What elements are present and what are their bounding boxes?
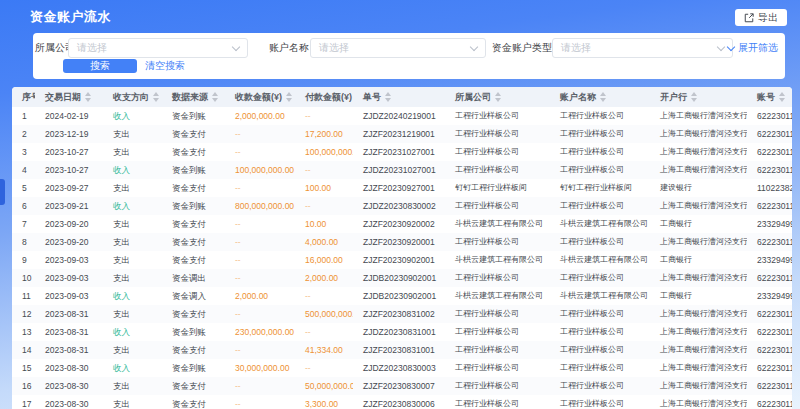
cell-bank: 工商银行 <box>650 215 747 233</box>
table-row[interactable]: 132023-08-31收入资金到账230,000,000.00--ZJDZ20… <box>12 323 792 341</box>
column-header-index: 序号 <box>12 87 35 107</box>
account-flow-table: 序号交易日期收支方向数据来源收款金额(¥)付款金额(¥)单号所属公司账户名称开户… <box>12 87 792 409</box>
cell-number: 622230111 <box>747 143 792 161</box>
data-table: 序号交易日期收支方向数据来源收款金额(¥)付款金额(¥)单号所属公司账户名称开户… <box>12 87 792 409</box>
cell-index: 6 <box>12 197 35 215</box>
cell-company: 斗栱云建筑工程有限公司 <box>445 251 550 269</box>
table-row[interactable]: 62023-09-21收入资金到账800,000,000.00--ZJDZ202… <box>12 197 792 215</box>
column-header-number[interactable]: 账号 <box>747 87 792 107</box>
cell-company: 工程行业样板公司 <box>445 323 550 341</box>
cell-order: ZJDZ20230830003 <box>353 359 445 377</box>
table-row[interactable]: 82023-09-20支出资金支付--4,000.00ZJZF202309200… <box>12 233 792 251</box>
cell-date: 2023-08-31 <box>35 305 103 323</box>
cell-company: 工程行业样板公司 <box>445 341 550 359</box>
column-header-direction[interactable]: 收支方向 <box>103 87 162 107</box>
table-row[interactable]: 32023-10-27支出资金支付--100,000,000.00ZJZF202… <box>12 143 792 161</box>
cell-source: 资金支付 <box>162 341 225 359</box>
cell-company: 工程行业样板公司 <box>445 197 550 215</box>
cell-account: 工程行业样板公司 <box>550 305 650 323</box>
cell-receipt: 230,000,000.00 <box>225 323 295 341</box>
table-row[interactable]: 92023-09-03支出资金支付--16,000.00ZJZF20230902… <box>12 251 792 269</box>
cell-date: 2023-09-21 <box>35 197 103 215</box>
table-row[interactable]: 12024-02-19收入资金到账2,000,000.00--ZJDZ20240… <box>12 107 792 125</box>
sort-caret-icon[interactable] <box>286 92 292 102</box>
sort-caret-icon[interactable] <box>385 92 391 102</box>
column-header-order[interactable]: 单号 <box>353 87 445 107</box>
column-header-bank[interactable]: 开户行 <box>650 87 747 107</box>
cell-direction: 支出 <box>103 125 162 143</box>
cell-payment: 2,000.00 <box>295 269 353 287</box>
cell-bank: 上海工商银行漕河泾支行 <box>650 359 747 377</box>
search-button[interactable]: 搜索 <box>63 59 137 73</box>
cell-index: 7 <box>12 215 35 233</box>
sort-caret-icon[interactable] <box>495 92 501 102</box>
cell-account: 斗栱云建筑工程有限公司 <box>550 215 650 233</box>
cell-company: 工程行业样板公司 <box>445 233 550 251</box>
cell-index: 4 <box>12 161 35 179</box>
sort-caret-icon[interactable] <box>691 92 697 102</box>
clear-search-button[interactable]: 清空搜索 <box>145 59 185 73</box>
cell-number: 233294994 <box>747 251 792 269</box>
table-row[interactable]: 172023-08-30支出资金支付--3,300.00ZJZF20230830… <box>12 395 792 409</box>
cell-bank: 工商银行 <box>650 287 747 305</box>
sort-caret-icon[interactable] <box>85 92 91 102</box>
column-label: 收支方向 <box>113 92 149 102</box>
expand-filters-link[interactable]: 展开筛选 <box>728 38 778 58</box>
cell-source: 资金支付 <box>162 377 225 395</box>
side-drag-handle[interactable] <box>0 179 5 205</box>
sort-caret-icon[interactable] <box>212 92 218 102</box>
cell-source: 资金到账 <box>162 323 225 341</box>
account-type-select[interactable]: 请选择 <box>552 38 733 58</box>
cell-source: 资金调入 <box>162 287 225 305</box>
table-row[interactable]: 162023-08-30支出资金支付--50,000,000.00ZJZF202… <box>12 377 792 395</box>
table-row[interactable]: 42023-10-27收入资金到账100,000,000.00--ZJDZ202… <box>12 161 792 179</box>
table-row[interactable]: 112023-09-03收入资金调入2,000.00--ZJDB20230902… <box>12 287 792 305</box>
cell-direction: 支出 <box>103 233 162 251</box>
company-select[interactable]: 请选择 <box>68 38 248 58</box>
table-row[interactable]: 22023-12-19支出资金支付--17,200.00ZJZF20231219… <box>12 125 792 143</box>
cell-account: 工程行业样板公司 <box>550 359 650 377</box>
cell-receipt: -- <box>225 251 295 269</box>
cell-source: 资金支付 <box>162 125 225 143</box>
cell-order: ZJZF20230927001 <box>353 179 445 197</box>
cell-order: ZJDZ20240219001 <box>353 107 445 125</box>
cell-receipt: -- <box>225 179 295 197</box>
cell-receipt: -- <box>225 377 295 395</box>
cell-account: 工程行业样板公司 <box>550 269 650 287</box>
cell-number: 622230111 <box>747 359 792 377</box>
table-row[interactable]: 152023-08-30收入资金到账30,000,000.00--ZJDZ202… <box>12 359 792 377</box>
table-row[interactable]: 72023-09-20支出资金支付--10.00ZJZF20230920002斗… <box>12 215 792 233</box>
cell-payment: -- <box>295 359 353 377</box>
cell-company: 工程行业样板公司 <box>445 269 550 287</box>
chevron-down-icon <box>232 42 240 50</box>
column-header-company[interactable]: 所属公司 <box>445 87 550 107</box>
cell-bank: 上海工商银行漕河泾支行 <box>650 161 747 179</box>
sort-caret-icon[interactable] <box>153 92 159 102</box>
column-header-date[interactable]: 交易日期 <box>35 87 103 107</box>
cell-account: 工程行业样板公司 <box>550 143 650 161</box>
cell-index: 5 <box>12 179 35 197</box>
column-header-payment[interactable]: 付款金额(¥) <box>295 87 353 107</box>
sort-caret-icon[interactable] <box>600 92 606 102</box>
cell-bank: 上海工商银行漕河泾支行 <box>650 269 747 287</box>
cell-company: 工程行业样板公司 <box>445 377 550 395</box>
cell-payment: 4,000.00 <box>295 233 353 251</box>
cell-date: 2023-10-27 <box>35 161 103 179</box>
export-button[interactable]: 导出 <box>735 9 787 26</box>
column-header-account[interactable]: 账户名称 <box>550 87 650 107</box>
column-header-receipt[interactable]: 收款金额(¥) <box>225 87 295 107</box>
account-name-select[interactable]: 请选择 <box>310 38 486 58</box>
cell-bank: 建设银行 <box>650 179 747 197</box>
table-row[interactable]: 102023-09-03支出资金调出--2,000.00ZJDB20230902… <box>12 269 792 287</box>
table-row[interactable]: 52023-09-27支出资金支付--100.00ZJZF20230927001… <box>12 179 792 197</box>
column-header-source[interactable]: 数据来源 <box>162 87 225 107</box>
cell-index: 12 <box>12 305 35 323</box>
sort-caret-icon[interactable] <box>779 92 785 102</box>
column-label: 数据来源 <box>172 92 208 102</box>
cell-date: 2023-09-03 <box>35 251 103 269</box>
cell-date: 2023-12-19 <box>35 125 103 143</box>
table-row[interactable]: 122023-08-31支出资金支付--500,000,000.00ZJZF20… <box>12 305 792 323</box>
cell-order: ZJDZ20230830002 <box>353 197 445 215</box>
table-row[interactable]: 142023-08-31支出资金支付--41,334.00ZJZF2023083… <box>12 341 792 359</box>
cell-number: 622230111 <box>747 395 792 409</box>
